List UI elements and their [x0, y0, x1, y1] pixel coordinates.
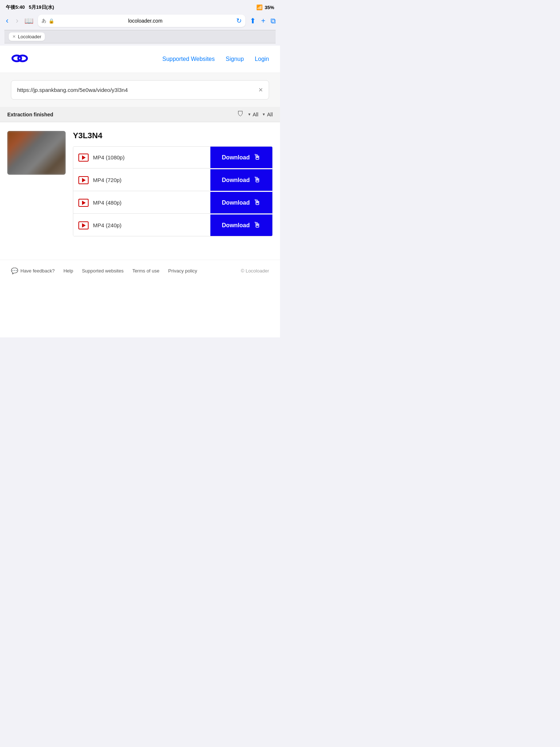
- download-format-720p: MP4 (720p): [73, 170, 210, 190]
- browser-toolbar: ‹ › 📖 あ 🔒 locoloader.com ↻ ⬆ + ⧉: [4, 15, 276, 27]
- filter-label-2: All: [267, 112, 273, 117]
- feedback-link[interactable]: 💬 Have feedback?: [11, 267, 55, 274]
- chat-icon: 💬: [11, 267, 18, 274]
- filter-group: ⛉ ▼ All ▼ All: [237, 111, 273, 118]
- video-format-icon-480p: [78, 199, 89, 207]
- browser-chrome: ‹ › 📖 あ 🔒 locoloader.com ↻ ⬆ + ⧉ ✕ Locol…: [0, 13, 280, 46]
- play-icon-240p: [82, 223, 86, 228]
- time-display: 午後5:40: [6, 4, 25, 10]
- battery-indicator: 35%: [265, 5, 274, 10]
- play-icon-720p: [82, 178, 86, 182]
- active-tab[interactable]: ✕ Locoloader: [9, 32, 45, 41]
- lock-icon: 🔒: [48, 18, 54, 24]
- filter-dropdown-2[interactable]: ▼ All: [262, 112, 273, 117]
- filter-label-1: All: [253, 112, 258, 117]
- filter-dropdown-1[interactable]: ▼ All: [248, 112, 258, 117]
- format-label-480p: MP4 (480p): [93, 200, 121, 206]
- site-logo: [11, 53, 28, 65]
- url-input-container: ×: [11, 80, 269, 100]
- download-row: MP4 (480p) Download 🖱: [73, 192, 272, 214]
- site-header: Supported Websites Signup Login: [0, 46, 280, 73]
- mouse-icon-480p: 🖱: [253, 198, 261, 207]
- download-label-720p: Download: [222, 177, 250, 183]
- back-button[interactable]: ‹: [4, 16, 10, 26]
- download-row: MP4 (1080p) Download 🖱: [73, 147, 272, 169]
- feedback-label: Have feedback?: [20, 268, 55, 274]
- forward-button[interactable]: ›: [14, 16, 20, 26]
- date-display: 5月19日(水): [29, 4, 54, 10]
- video-info: Y3L3N4 MP4 (1080p) Download 🖱: [73, 131, 273, 236]
- download-button-480p[interactable]: Download 🖱: [210, 192, 272, 213]
- download-format-1080p: MP4 (1080p): [73, 148, 210, 167]
- signup-link[interactable]: Signup: [226, 56, 244, 62]
- mouse-icon-720p: 🖱: [253, 176, 261, 184]
- toolbar-actions: ⬆ + ⧉: [250, 16, 276, 25]
- footer-help-link[interactable]: Help: [63, 268, 73, 274]
- download-button-240p[interactable]: Download 🖱: [210, 214, 272, 236]
- logo-icon: [11, 53, 28, 64]
- login-link[interactable]: Login: [255, 56, 269, 62]
- video-title: Y3L3N4: [73, 131, 273, 140]
- tab-title: Locoloader: [18, 34, 41, 39]
- play-icon-1080p: [82, 155, 86, 160]
- download-row: MP4 (720p) Download 🖱: [73, 169, 272, 191]
- video-thumbnail: [7, 131, 66, 175]
- font-size-button: あ: [42, 18, 46, 24]
- mouse-icon-1080p: 🖱: [253, 153, 261, 162]
- mouse-icon-240p: 🖱: [253, 221, 261, 229]
- site-footer: 💬 Have feedback? Help Supported websites…: [0, 260, 280, 282]
- footer-privacy-link[interactable]: Privacy policy: [168, 268, 197, 274]
- dropdown-arrow-2: ▼: [262, 112, 266, 116]
- video-format-icon-720p: [78, 176, 89, 184]
- download-button-1080p[interactable]: Download 🖱: [210, 147, 272, 168]
- reload-button[interactable]: ↻: [236, 17, 242, 25]
- footer-copyright: © Locoloader: [241, 268, 269, 274]
- extraction-bar: Extraction finished ⛉ ▼ All ▼ All: [0, 107, 280, 122]
- share-button[interactable]: ⬆: [250, 16, 256, 25]
- play-icon-480p: [82, 201, 86, 205]
- download-row: MP4 (240p) Download 🖱: [73, 214, 272, 236]
- video-result: Y3L3N4 MP4 (1080p) Download 🖱: [7, 131, 273, 236]
- supported-websites-link[interactable]: Supported Websites: [162, 56, 215, 62]
- page-content: Supported Websites Signup Login × Extrac…: [0, 46, 280, 337]
- video-format-icon-240p: [78, 221, 89, 229]
- address-text: locoloader.com: [57, 18, 234, 24]
- status-right: 📶 35%: [256, 4, 274, 10]
- tabs-button[interactable]: ⧉: [271, 17, 276, 25]
- tab-close-icon[interactable]: ✕: [12, 34, 16, 39]
- extraction-status: Extraction finished: [7, 112, 53, 117]
- url-input[interactable]: [17, 87, 255, 93]
- download-label-1080p: Download: [222, 154, 250, 161]
- result-section: Y3L3N4 MP4 (1080p) Download 🖱: [0, 122, 280, 245]
- bookmark-button[interactable]: 📖: [24, 16, 34, 25]
- format-label-720p: MP4 (720p): [93, 177, 121, 183]
- footer-terms-link[interactable]: Terms of use: [132, 268, 159, 274]
- download-label-240p: Download: [222, 222, 250, 229]
- status-bar: 午後5:40 5月19日(水) 📶 35%: [0, 0, 280, 13]
- download-format-240p: MP4 (240p): [73, 216, 210, 235]
- tab-bar: ✕ Locoloader: [4, 30, 276, 43]
- filter-icon: ⛉: [237, 111, 244, 118]
- status-time: 午後5:40 5月19日(水): [6, 4, 54, 11]
- download-button-720p[interactable]: Download 🖱: [210, 169, 272, 191]
- dropdown-arrow-1: ▼: [248, 112, 251, 116]
- svg-point-1: [18, 55, 27, 61]
- new-tab-button[interactable]: +: [261, 17, 265, 25]
- format-label-1080p: MP4 (1080p): [93, 154, 125, 160]
- download-options: MP4 (1080p) Download 🖱 M: [73, 146, 273, 236]
- download-format-480p: MP4 (480p): [73, 193, 210, 213]
- address-bar[interactable]: あ 🔒 locoloader.com ↻: [38, 15, 246, 27]
- video-format-icon-1080p: [78, 154, 89, 162]
- footer-supported-link[interactable]: Supported websites: [82, 268, 124, 274]
- download-label-480p: Download: [222, 200, 250, 206]
- format-label-240p: MP4 (240p): [93, 222, 121, 228]
- url-section: ×: [0, 73, 280, 107]
- thumbnail-image: [7, 131, 66, 175]
- wifi-icon: 📶: [256, 4, 262, 10]
- url-clear-button[interactable]: ×: [258, 86, 263, 94]
